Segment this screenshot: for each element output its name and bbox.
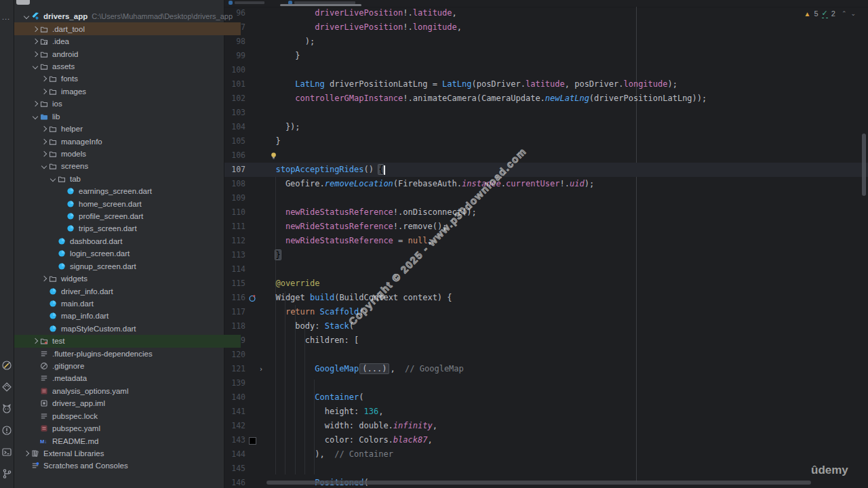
tree-item-analysis-options-yaml[interactable]: analysis_options.yaml	[14, 384, 241, 397]
tree-item-home-screen-dart[interactable]: home_screen.dart	[14, 197, 267, 210]
code-line-103[interactable]: 103	[224, 106, 868, 120]
chevron-closed-icon[interactable]	[31, 100, 39, 108]
tree-item-main-dart[interactable]: main.dart	[14, 297, 250, 310]
chevron-open-icon[interactable]	[40, 162, 48, 170]
code-line-121[interactable]: 121› GoogleMap(...), // GoogleMap	[224, 362, 868, 376]
horizontal-scrollbar-thumb[interactable]	[267, 481, 811, 485]
code-line-102[interactable]: 102 controllerGMapInstance!.animateCamer…	[224, 92, 868, 106]
tree-item-pubspec-yaml[interactable]: pubspec.yaml	[14, 422, 241, 435]
code-line-143[interactable]: 143 color: Colors.black87,	[224, 433, 868, 447]
terminal-icon[interactable]	[1, 446, 13, 458]
chevron-closed-icon[interactable]	[40, 125, 48, 133]
code-line-120[interactable]: 120	[224, 348, 868, 362]
code-area[interactable]: 96 driverLivePosition!.latitude,97 drive…	[224, 0, 868, 488]
code-line-115[interactable]: 115 @override	[224, 277, 868, 291]
tree-item-map-info-dart[interactable]: map_info.dart	[14, 310, 250, 323]
tree-item-drivers-app[interactable]: drivers_appC:\Users\Muhammad\Desktop\dri…	[14, 10, 232, 23]
tree-item--flutter-plugins-dependencies[interactable]: .flutter-plugins-dependencies	[14, 347, 241, 360]
code-line-145[interactable]: 145	[224, 462, 868, 476]
tree-item--metadata[interactable]: .metadata	[14, 372, 241, 385]
chevron-closed-icon[interactable]	[31, 37, 39, 45]
tree-item-dashboard-dart[interactable]: dashboard.dart	[14, 235, 258, 247]
chevron-closed-icon[interactable]	[31, 337, 39, 345]
dart-analysis-icon[interactable]	[1, 359, 13, 371]
tree-item-screens[interactable]: screens	[14, 160, 250, 173]
fold-arrow-icon[interactable]: ›	[259, 362, 263, 376]
tree-item-earnings-screen-dart[interactable]: earnings_screen.dart	[14, 185, 267, 198]
chevron-open-icon[interactable]	[22, 12, 31, 20]
chevron-open-icon[interactable]	[31, 113, 39, 121]
chevron-open-icon[interactable]	[49, 175, 57, 183]
code-line-117[interactable]: 117 return Scaffold(	[224, 305, 868, 319]
color-swatch-black[interactable]	[249, 437, 256, 445]
code-line-101[interactable]: 101 LatLng driverPositionLatLng = LatLng…	[224, 77, 868, 92]
code-line-113[interactable]: 113 }	[224, 248, 868, 262]
tree-item--idea[interactable]: .idea	[14, 35, 241, 48]
code-editor[interactable]: 96 driverLivePosition!.latitude,97 drive…	[224, 0, 868, 488]
chevron-closed-icon[interactable]	[40, 75, 48, 83]
code-line-112[interactable]: 112 newRideStatusReference = null;	[224, 234, 868, 248]
tree-item-profile-screen-dart[interactable]: profile_screen.dart	[14, 210, 267, 223]
tree-item-readme-md[interactable]: M↓README.md	[14, 434, 241, 447]
line-number[interactable]: 146	[224, 476, 245, 488]
tree-item-mapstylecustom-dart[interactable]: mapStyleCustom.dart	[14, 322, 250, 335]
tree-item-widgets[interactable]: widgets	[14, 272, 250, 285]
tree-item-helper[interactable]: helper	[14, 123, 250, 136]
chevron-closed-icon[interactable]	[40, 150, 48, 158]
code-line-144[interactable]: 144 ), // Container	[224, 447, 868, 462]
code-line-119[interactable]: 119 children: [	[224, 333, 868, 348]
tree-item-trips-screen-dart[interactable]: trips_screen.dart	[14, 222, 267, 235]
tree-item-external-libraries[interactable]: External Libraries	[14, 447, 232, 460]
code-line-139[interactable]: 139	[224, 376, 868, 390]
problems-icon[interactable]	[1, 424, 13, 436]
code-line-142[interactable]: 142 width: double.infinity,	[224, 419, 868, 433]
more-dots-icon[interactable]: ...	[2, 13, 10, 21]
chevron-closed-icon[interactable]	[31, 50, 39, 58]
tree-item-drivers-app-iml[interactable]: drivers_app.iml	[14, 397, 241, 410]
chevron-closed-icon[interactable]	[40, 138, 48, 146]
tree-item--gitignore[interactable]: .gitignore	[14, 360, 241, 373]
tree-item-driver-info-dart[interactable]: driver_info.dart	[14, 285, 250, 298]
chevron-closed-icon[interactable]	[22, 449, 31, 458]
chevron-closed-icon[interactable]	[40, 274, 48, 283]
tree-item--dart-tool[interactable]: .dart_tool	[14, 22, 241, 35]
tree-item-lib[interactable]: lib	[14, 110, 241, 123]
code-line-108[interactable]: 108 Geofire.removeLocation(FirebaseAuth.…	[224, 177, 868, 191]
flutter-performance-diamond-icon[interactable]	[1, 381, 13, 392]
code-line-99[interactable]: 99 }	[224, 49, 868, 63]
tree-item-login-screen-dart[interactable]: login_screen.dart	[14, 247, 258, 260]
tree-item-images[interactable]: images	[14, 85, 250, 98]
tree-item-assets[interactable]: assets	[14, 60, 241, 73]
code-line-118[interactable]: 118 body: Stack(	[224, 319, 868, 333]
prev-next-chevrons-icon[interactable]: ⌃⌄	[842, 10, 860, 17]
tree-item-signup-screen-dart[interactable]: signup_screen.dart	[14, 260, 258, 272]
code-line-104[interactable]: 104 });	[224, 120, 868, 134]
code-line-114[interactable]: 114	[224, 262, 868, 277]
code-line-111[interactable]: 111 newRideStatusReference!.remove();	[224, 220, 868, 234]
tree-item-scratches-and-consoles[interactable]: Scratches and Consoles	[14, 460, 232, 472]
tree-item-fonts[interactable]: fonts	[14, 73, 250, 85]
code-line-98[interactable]: 98 );	[224, 35, 868, 49]
vertical-scrollbar-thumb[interactable]	[862, 134, 866, 196]
tree-item-models[interactable]: models	[14, 147, 250, 160]
tree-item-test[interactable]: test	[14, 335, 241, 348]
code-line-105[interactable]: 105 }	[224, 134, 868, 148]
logcat-cat-icon[interactable]	[1, 403, 13, 414]
tree-item-pubspec-lock[interactable]: pubspec.lock	[14, 409, 241, 422]
code-line-141[interactable]: 141 height: 136,	[224, 405, 868, 419]
tree-item-tab[interactable]: tab	[14, 172, 258, 185]
code-line-116[interactable]: 116 Widget build(BuildContext context) {	[224, 291, 868, 305]
tree-item-ios[interactable]: ios	[14, 98, 241, 110]
code-line-109[interactable]: 109	[224, 191, 868, 205]
code-line-100[interactable]: 100	[224, 63, 868, 77]
chevron-closed-icon[interactable]	[31, 25, 39, 33]
code-line-106[interactable]: 106	[224, 148, 868, 163]
chevron-open-icon[interactable]	[31, 62, 39, 70]
code-line-96[interactable]: 96 driverLivePosition!.latitude,	[224, 6, 868, 20]
code-line-97[interactable]: 97 driverLivePosition!.longitude,	[224, 20, 868, 35]
inspections-widget[interactable]: ▲ 5 ✓ 2 ⌃⌄	[804, 9, 860, 18]
code-line-140[interactable]: 140 Container(	[224, 390, 868, 405]
code-line-107[interactable]: 107 stopAcceptingRides() {	[224, 163, 868, 177]
git-branch-icon[interactable]	[1, 468, 13, 479]
chevron-closed-icon[interactable]	[40, 87, 48, 96]
